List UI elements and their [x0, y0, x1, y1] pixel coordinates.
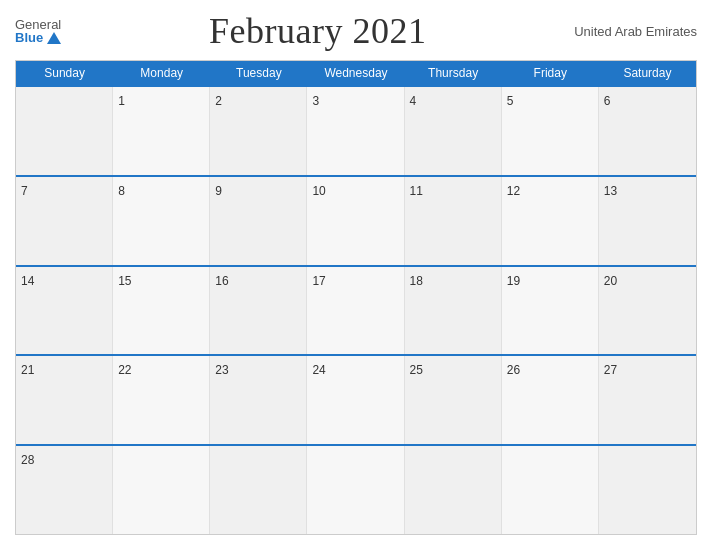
- day-cell: 14: [16, 267, 113, 355]
- week-row-0: 123456: [16, 85, 696, 175]
- day-cell: 21: [16, 356, 113, 444]
- day-number: 2: [215, 94, 222, 108]
- day-cell: 1: [113, 87, 210, 175]
- day-header-thursday: Thursday: [405, 61, 502, 85]
- day-number: 20: [604, 274, 617, 288]
- day-cell: 16: [210, 267, 307, 355]
- calendar-grid: SundayMondayTuesdayWednesdayThursdayFrid…: [15, 60, 697, 535]
- day-cell: 28: [16, 446, 113, 534]
- day-cell: 11: [405, 177, 502, 265]
- logo-triangle-icon: [47, 32, 61, 44]
- day-number: 24: [312, 363, 325, 377]
- day-number: 8: [118, 184, 125, 198]
- day-cell: 6: [599, 87, 696, 175]
- day-cell: 20: [599, 267, 696, 355]
- day-cell: 26: [502, 356, 599, 444]
- week-row-4: 28: [16, 444, 696, 534]
- day-number: 7: [21, 184, 28, 198]
- day-number: 28: [21, 453, 34, 467]
- day-number: 5: [507, 94, 514, 108]
- day-number: 27: [604, 363, 617, 377]
- day-cell: 18: [405, 267, 502, 355]
- day-cell: 3: [307, 87, 404, 175]
- day-cell: 8: [113, 177, 210, 265]
- day-number: 17: [312, 274, 325, 288]
- day-number: 1: [118, 94, 125, 108]
- header: General Blue February 2021 United Arab E…: [15, 10, 697, 52]
- calendar-container: General Blue February 2021 United Arab E…: [0, 0, 712, 550]
- day-number: 16: [215, 274, 228, 288]
- week-row-1: 78910111213: [16, 175, 696, 265]
- day-cell: [502, 446, 599, 534]
- day-cell: [599, 446, 696, 534]
- day-cell: 2: [210, 87, 307, 175]
- day-cell: 7: [16, 177, 113, 265]
- day-number: 25: [410, 363, 423, 377]
- day-cell: 12: [502, 177, 599, 265]
- day-cell: 24: [307, 356, 404, 444]
- weeks: 1234567891011121314151617181920212223242…: [16, 85, 696, 534]
- day-cell: 25: [405, 356, 502, 444]
- day-cell: 27: [599, 356, 696, 444]
- day-header-friday: Friday: [502, 61, 599, 85]
- day-cell: 9: [210, 177, 307, 265]
- day-number: 4: [410, 94, 417, 108]
- day-cell: 17: [307, 267, 404, 355]
- logo: General Blue: [15, 18, 61, 44]
- day-number: 23: [215, 363, 228, 377]
- day-cell: 4: [405, 87, 502, 175]
- day-header-monday: Monday: [113, 61, 210, 85]
- day-number: 9: [215, 184, 222, 198]
- day-number: 22: [118, 363, 131, 377]
- day-cell: [210, 446, 307, 534]
- day-header-saturday: Saturday: [599, 61, 696, 85]
- day-number: 13: [604, 184, 617, 198]
- day-number: 6: [604, 94, 611, 108]
- day-header-tuesday: Tuesday: [210, 61, 307, 85]
- day-cell: 5: [502, 87, 599, 175]
- day-number: 14: [21, 274, 34, 288]
- week-row-3: 21222324252627: [16, 354, 696, 444]
- day-cell: 13: [599, 177, 696, 265]
- day-number: 15: [118, 274, 131, 288]
- day-cell: 15: [113, 267, 210, 355]
- country-name: United Arab Emirates: [574, 24, 697, 39]
- day-header-wednesday: Wednesday: [307, 61, 404, 85]
- day-number: 3: [312, 94, 319, 108]
- day-cell: 19: [502, 267, 599, 355]
- logo-blue-text: Blue: [15, 31, 61, 44]
- day-cell: [307, 446, 404, 534]
- day-cell: [16, 87, 113, 175]
- day-cell: 23: [210, 356, 307, 444]
- day-cell: [405, 446, 502, 534]
- day-number: 12: [507, 184, 520, 198]
- day-number: 21: [21, 363, 34, 377]
- day-cell: 10: [307, 177, 404, 265]
- day-number: 18: [410, 274, 423, 288]
- day-cell: [113, 446, 210, 534]
- day-number: 11: [410, 184, 423, 198]
- day-header-sunday: Sunday: [16, 61, 113, 85]
- day-number: 10: [312, 184, 325, 198]
- day-cell: 22: [113, 356, 210, 444]
- week-row-2: 14151617181920: [16, 265, 696, 355]
- day-number: 19: [507, 274, 520, 288]
- day-number: 26: [507, 363, 520, 377]
- day-headers: SundayMondayTuesdayWednesdayThursdayFrid…: [16, 61, 696, 85]
- month-title: February 2021: [209, 10, 426, 52]
